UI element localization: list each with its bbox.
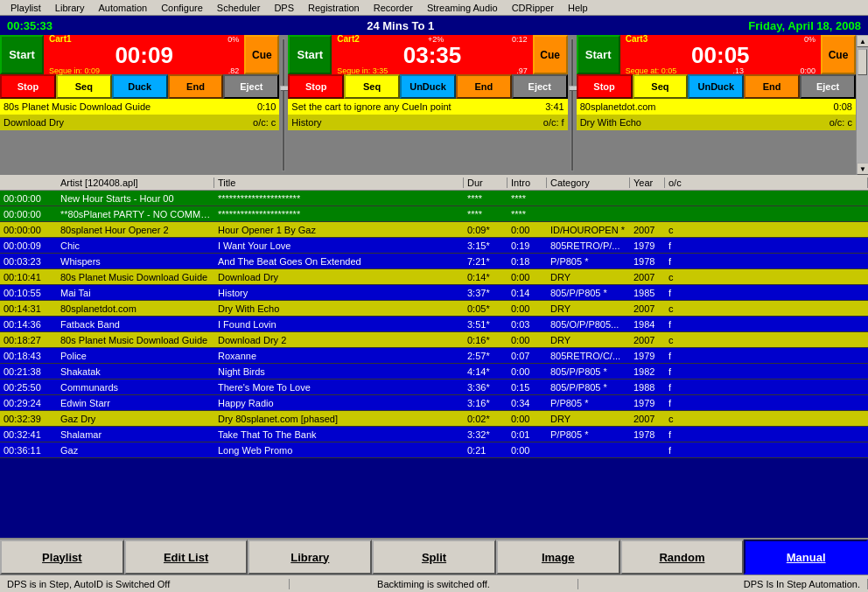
player-1-duck[interactable]: Duck (112, 74, 168, 99)
table-cell: f (665, 351, 868, 361)
player-2-seq[interactable]: Seq (344, 74, 400, 99)
table-cell: 1978 (630, 256, 665, 267)
table-cell: Happy Radio (214, 398, 464, 408)
player-3-cart-label: Cart3 (626, 34, 648, 44)
table-cell: 80splanet Hour Opener 2 (57, 225, 214, 235)
table-row[interactable]: 00:21:38ShakatakNight Birds4:14*0:00805/… (0, 364, 868, 380)
table-cell: 0:07 (508, 351, 547, 361)
player-2-segue: Segue in: 3:35 (337, 66, 388, 75)
table-row[interactable]: 00:00:0080splanet Hour Opener 2Hour Open… (0, 222, 868, 238)
player-1-end[interactable]: End (168, 74, 224, 99)
table-row[interactable]: 00:00:00**80sPlanet PARTY - NO COMMERCIA… (0, 206, 868, 222)
player-2-start[interactable]: Start (288, 35, 332, 74)
scroll-up-btn[interactable]: ▲ (857, 35, 868, 47)
table-cell: 00:00:00 (0, 193, 57, 204)
table-row[interactable]: 00:10:55Mai TaiHistory3:37*0:14805/P/P80… (0, 285, 868, 301)
table-cell: Police (57, 351, 214, 361)
table-row[interactable]: 00:29:24Edwin StarrHappy Radio3:16*0:34P… (0, 395, 868, 411)
player-3-end[interactable]: End (744, 74, 800, 99)
table-row[interactable]: 00:25:50CommunardsThere's More To Love3:… (0, 380, 868, 395)
bottom-tabs: Playlist Edit List Library Split Image R… (0, 538, 868, 575)
table-cell: 2007 (630, 225, 665, 235)
tab-random[interactable]: Random (620, 540, 745, 575)
player-3-eject[interactable]: Eject (800, 74, 856, 99)
menu-scheduler[interactable]: Scheduler (210, 3, 268, 13)
tab-playlist[interactable]: Playlist (0, 540, 124, 575)
player-3-stop[interactable]: Stop (577, 74, 633, 99)
tab-library[interactable]: Library (248, 540, 372, 575)
table-cell: c (665, 303, 868, 314)
table-cell: 1984 (630, 319, 665, 330)
tab-image[interactable]: Image (496, 540, 620, 575)
player-1-stop[interactable]: Stop (0, 74, 56, 99)
table-cell: 3:32* (464, 429, 508, 440)
table-cell: 00:21:38 (0, 366, 57, 377)
menu-playlist[interactable]: Playlist (4, 3, 48, 13)
table-cell: f (665, 429, 868, 440)
player-3-unduck[interactable]: UnDuck (688, 74, 744, 99)
table-cell: Long Web Promo (214, 445, 464, 456)
player-3-cue[interactable]: Cue (821, 35, 856, 74)
player-2-eject[interactable]: Eject (512, 74, 568, 99)
menu-library[interactable]: Library (48, 3, 92, 13)
table-row[interactable]: 00:03:23WhispersAnd The Beat Goes On Ext… (0, 254, 868, 269)
table-row[interactable]: 00:00:00New Hour Starts - Hour 00*******… (0, 191, 868, 206)
player-1-info1-text: 80s Planet Music Download Guide (0, 101, 244, 112)
table-row[interactable]: 00:14:3180splanetdot.comDry With Echo0:0… (0, 301, 868, 317)
table-row[interactable]: 00:14:36Fatback BandI Found Lovin3:51*0:… (0, 317, 868, 332)
player-1-segue: Segue in: 0:09 (49, 66, 100, 75)
table-row[interactable]: 00:00:09ChicI Want Your Love3:15*0:19805… (0, 238, 868, 254)
tab-manual[interactable]: Manual (744, 540, 868, 575)
table-cell: f (665, 445, 868, 456)
table-cell: 00:10:41 (0, 272, 57, 282)
table-row[interactable]: 00:32:39Gaz DryDry 80splanet.com [phased… (0, 411, 868, 427)
table-cell: I Want Your Love (214, 240, 464, 251)
table-cell: 00:18:27 (0, 335, 57, 345)
player-2-end[interactable]: End (456, 74, 512, 99)
player-1-seq[interactable]: Seq (56, 74, 112, 99)
time-center: 24 Mins To 1 (367, 19, 434, 32)
player-2-time: 03:35 (403, 44, 462, 66)
table-cell: Mai Tai (57, 288, 214, 298)
menu-cdripper[interactable]: CDRipper (505, 3, 561, 13)
table-row[interactable]: 00:36:11GazLong Web Promo0:210:00f (0, 442, 868, 458)
menu-recorder[interactable]: Recorder (367, 3, 420, 13)
tab-editlist[interactable]: Edit List (124, 540, 248, 575)
table-row[interactable]: 00:10:4180s Planet Music Download GuideD… (0, 269, 868, 285)
menu-configure[interactable]: Configure (154, 3, 210, 13)
table-cell: Gaz Dry (57, 414, 214, 424)
table-cell: 1978 (630, 429, 665, 440)
menu-streaming-audio[interactable]: Streaming Audio (420, 3, 505, 13)
menu-registration[interactable]: Registration (301, 3, 367, 13)
menu-help[interactable]: Help (561, 3, 595, 13)
player-2-stop[interactable]: Stop (288, 74, 344, 99)
tab-split[interactable]: Split (372, 540, 496, 575)
menu-dps[interactable]: DPS (267, 3, 301, 13)
table-row[interactable]: 00:18:43PoliceRoxanne2:57*0:07805RETRO/C… (0, 348, 868, 364)
player-scrollbar: ▲ ▼ (856, 35, 868, 175)
table-cell: 1979 (630, 351, 665, 361)
player-2-cue[interactable]: Cue (533, 35, 568, 74)
player-2-info2-text: History (288, 117, 532, 128)
player-3-start[interactable]: Start (577, 35, 620, 74)
player-2-unduck[interactable]: UnDuck (400, 74, 456, 99)
player-1-start[interactable]: Start (0, 35, 44, 74)
scroll-down-btn[interactable]: ▼ (857, 163, 868, 175)
table-cell: Shakatak (57, 366, 214, 377)
player-3-time: 00:05 (691, 44, 750, 66)
table-cell: 0:15 (508, 382, 547, 393)
table-cell: **** (464, 193, 508, 204)
table-row[interactable]: 00:18:2780s Planet Music Download GuideD… (0, 332, 868, 348)
table-cell: 0:00 (508, 272, 547, 282)
player-1-eject[interactable]: Eject (223, 74, 279, 99)
table-row[interactable]: 00:32:41ShalamarTake That To The Bank3:3… (0, 427, 868, 442)
menu-automation[interactable]: Automation (91, 3, 154, 13)
table-cell: 00:32:39 (0, 414, 57, 424)
player-1-cue[interactable]: Cue (244, 35, 279, 74)
table-cell: 0:09* (464, 225, 508, 235)
table-cell: 3:15* (464, 240, 508, 251)
player-2-dur1: 3:41 (533, 101, 568, 112)
table-cell: Dry 80splanet.com [phased] (214, 414, 464, 424)
player-3-seq[interactable]: Seq (633, 74, 689, 99)
table-cell: 0:14* (464, 272, 508, 282)
